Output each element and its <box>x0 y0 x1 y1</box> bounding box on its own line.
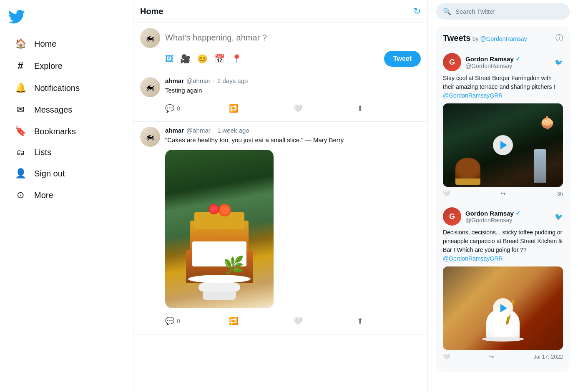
retweet-icon-2: 🔁 <box>229 317 238 326</box>
verified-badge-1: ✓ <box>515 55 520 62</box>
sidebar-tweet-actions-1: 🤍 ↪ 3h <box>443 190 563 197</box>
sidebar-like-2[interactable]: 🤍 <box>443 353 450 360</box>
tweet-body: ahmar @ahmar · 2 days ago Testing again … <box>165 77 421 116</box>
nav-messages[interactable]: ✉ Messages <box>8 99 125 120</box>
like-action-2[interactable]: 🤍 <box>293 313 357 329</box>
sidebar-author-info-1: Gordon Ramsay ✓ @GordonRamsay <box>465 55 550 69</box>
sidebar-like-1[interactable]: 🤍 <box>443 190 450 197</box>
retweet-action[interactable]: 🔁 <box>229 101 293 116</box>
left-sidebar: 🏠 Home # Explore 🔔 Notifications ✉ Messa… <box>0 0 133 392</box>
sidebar-like-icon-2: 🤍 <box>443 353 450 360</box>
sidebar-tweet-actions-2: 🤍 ↪ Jul 17, 2022 <box>443 353 563 360</box>
tweet-image: 🌿 <box>165 150 274 308</box>
play-triangle-1 <box>500 141 507 149</box>
more-icon: ⊙ <box>15 190 26 201</box>
reply-icon: 💬 <box>165 104 174 113</box>
location-icon[interactable]: 📍 <box>231 54 242 64</box>
explore-icon: # <box>15 60 26 72</box>
nav-notifications[interactable]: 🔔 Notifications <box>8 78 125 98</box>
refresh-button[interactable]: ↻ <box>413 6 421 17</box>
feed-title: Home <box>140 7 163 16</box>
user-avatar: 🏍 <box>140 28 160 48</box>
bookmark-icon: 🔖 <box>15 126 26 137</box>
sidebar-tweet-1: G Gordon Ramsay ✓ @GordonRamsay 🐦 Stay c… <box>443 48 563 202</box>
nav-bookmarks[interactable]: 🔖 Bookmarks <box>8 121 125 142</box>
tweet-card-2: 🏍 ahmar @ahmar · 1 week ago "Cakes are h… <box>133 122 427 335</box>
tweet-dot: · <box>213 77 215 84</box>
nav-bookmarks-label: Bookmarks <box>34 127 76 136</box>
lists-icon: 🗂 <box>15 148 26 157</box>
sidebar-author-name-2: Gordon Ramsay ✓ <box>465 210 550 217</box>
bell-icon: 🔔 <box>15 83 26 93</box>
nav-signout-label: Sign out <box>34 169 65 178</box>
compose-actions: 🖼 🎥 😊 📅 📍 Tweet <box>165 51 421 67</box>
tweet-author-2: ahmar <box>165 127 184 134</box>
play-button-1[interactable] <box>493 135 513 155</box>
sidebar-share-2[interactable]: ↪ <box>489 353 494 360</box>
emoji-icon[interactable]: 😊 <box>197 54 208 64</box>
nav-lists-label: Lists <box>34 148 51 157</box>
nav-explore[interactable]: # Explore <box>8 55 125 77</box>
sidebar-share-icon-1: ↪ <box>501 190 506 197</box>
tweet-body-2: ahmar @ahmar · 1 week ago "Cakes are hea… <box>165 127 421 329</box>
info-icon[interactable]: ⓘ <box>555 33 563 43</box>
twitter-logo[interactable] <box>8 3 125 30</box>
tweets-by-title: Tweets <box>443 33 470 43</box>
nav-more[interactable]: ⊙ More <box>8 185 125 206</box>
sidebar-tweet-header-2: G Gordon Ramsay ✓ @GordonRamsay 🐦 <box>443 207 563 226</box>
tweets-by-header: Tweets by @GordonRamsay ⓘ <box>443 33 563 43</box>
like-icon: 🤍 <box>293 104 302 113</box>
search-bar[interactable]: 🔍 <box>436 3 570 20</box>
nav-home[interactable]: 🏠 Home <box>8 33 125 54</box>
compose-box: 🏍 🖼 🎥 😊 📅 📍 Tweet <box>133 23 427 72</box>
feed-header: Home ↻ <box>133 0 427 23</box>
sidebar-media-food1: 🧅 <box>443 103 563 187</box>
tweet-button[interactable]: Tweet <box>384 51 421 67</box>
tweet-avatar: 🏍 <box>140 77 160 97</box>
tweet-time-2: 1 week ago <box>217 127 249 134</box>
sidebar-tweet-media-1: 🧅 <box>443 103 563 187</box>
nav-more-label: More <box>34 191 53 200</box>
tweet-text: Testing again <box>165 86 421 95</box>
sidebar-tweet-2: G Gordon Ramsay ✓ @GordonRamsay 🐦 Decisi… <box>443 202 563 365</box>
tweet-handle: @ahmar <box>186 77 211 84</box>
sidebar-handle-1: @GordonRamsay <box>465 63 550 69</box>
sidebar-handle-2: @GordonRamsay <box>465 217 550 224</box>
nav-lists[interactable]: 🗂 Lists <box>8 143 125 162</box>
sidebar-tweet-link-1[interactable]: @GordonRamsayGRR <box>443 92 503 99</box>
sidebar-tweet-media-2: 🌿 <box>443 266 563 350</box>
nav-messages-label: Messages <box>34 105 72 115</box>
tweet-author: ahmar <box>165 77 184 84</box>
retweet-icon: 🔁 <box>229 104 238 113</box>
sidebar-share-1[interactable]: ↪ <box>501 190 506 197</box>
gordon-avatar-1: G <box>443 53 461 71</box>
share-action[interactable]: ⬆ <box>357 101 421 116</box>
nav-explore-label: Explore <box>34 61 63 71</box>
share-icon-2: ⬆ <box>357 317 363 326</box>
like-icon-2: 🤍 <box>293 317 302 326</box>
tweet-handle-2: @ahmar <box>186 127 211 134</box>
play-button-2[interactable] <box>493 298 513 318</box>
tweet-actions-2: 💬 0 🔁 🤍 ⬆ <box>165 313 421 329</box>
share-action-2[interactable]: ⬆ <box>357 313 421 329</box>
tweets-by-title-group: Tweets by @GordonRamsay <box>443 33 527 43</box>
retweet-action-2[interactable]: 🔁 <box>229 313 293 329</box>
compose-icons: 🖼 🎥 😊 📅 📍 <box>165 54 242 64</box>
mail-icon: ✉ <box>15 104 26 115</box>
schedule-icon[interactable]: 📅 <box>214 54 225 64</box>
tweets-by-by: by <box>472 35 480 42</box>
nav-signout[interactable]: 👤 Sign out <box>8 163 125 184</box>
gif-icon[interactable]: 🎥 <box>180 54 191 64</box>
search-input[interactable] <box>455 8 563 15</box>
sidebar-tweet-link-2[interactable]: @GordonRamsayGRR <box>443 255 503 262</box>
reply-action-2[interactable]: 💬 0 <box>165 313 229 329</box>
tweet-card: 🏍 ahmar @ahmar · 2 days ago Testing agai… <box>133 72 427 122</box>
sidebar-tweet-header-1: G Gordon Ramsay ✓ @GordonRamsay 🐦 <box>443 53 563 71</box>
compose-input[interactable] <box>165 28 421 48</box>
tweets-by-handle[interactable]: @GordonRamsay <box>480 35 527 42</box>
like-action[interactable]: 🤍 <box>293 101 357 116</box>
media-icon[interactable]: 🖼 <box>165 54 173 64</box>
reply-action[interactable]: 💬 0 <box>165 101 229 116</box>
signout-icon: 👤 <box>15 168 26 179</box>
tweet-time: 2 days ago <box>217 77 248 84</box>
